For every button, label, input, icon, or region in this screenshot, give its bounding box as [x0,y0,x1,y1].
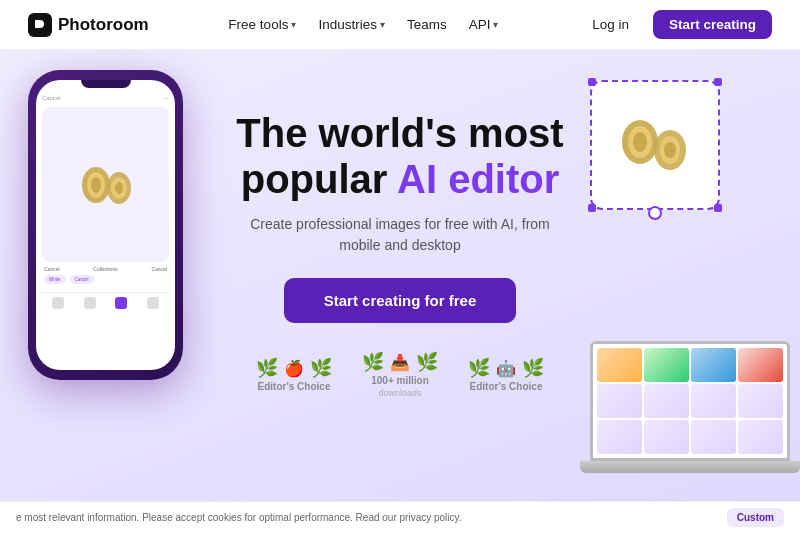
nav-api[interactable]: API ▾ [469,17,499,32]
laptop-screen [590,341,790,461]
selection-corner-bl [588,204,596,212]
hero-title: The world's most popular AI editor [236,110,563,202]
laurel-right-icon: 🌿 [416,351,438,373]
hero-title-accent: AI editor [397,157,559,201]
laptop-thumb-5 [597,384,642,418]
laptop-thumb-1 [597,348,642,382]
android-icon: 🤖 [496,359,516,378]
badge-downloads: 🌿 📥 🌿 100+ million downloads [362,351,438,398]
phone-bottom-nav [42,292,169,311]
laptop-thumb-8 [738,384,783,418]
nav-actions: Log in Start creating [578,10,772,39]
svg-point-12 [664,142,676,158]
laurel-left-icon: 🌿 [468,357,490,379]
cookie-bar: e most relevant information. Please acce… [0,501,800,533]
nav-free-tools[interactable]: Free tools ▾ [228,17,296,32]
laptop-thumb-10 [644,420,689,454]
phone-top-bar: Cancel ⋯ [42,92,169,103]
laptop-thumb-7 [691,384,736,418]
start-creating-hero-button[interactable]: Start creating for free [284,278,517,323]
selection-corner-tr [714,78,722,86]
phone-bottom-ui: Cancel Collections Cancel White Cancel [42,262,169,288]
phone-nav-collections-icon [147,297,159,309]
laurel-right-icon: 🌿 [310,357,332,379]
laptop-thumb-12 [738,420,783,454]
laptop-thumb-11 [691,420,736,454]
chevron-down-icon: ▾ [493,19,498,30]
laptop-thumb-9 [597,420,642,454]
apple-icon: 🍎 [284,359,304,378]
navbar: Photoroom Free tools ▾ Industries ▾ Team… [0,0,800,50]
laptop-mockup [590,341,790,473]
badge-sublabel-2: downloads [378,388,421,398]
phone-nav-camera-icon [52,297,64,309]
badge-label-1: Editor's Choice [258,381,331,392]
badge-editors-choice-1: 🌿 🍎 🌿 Editor's Choice [256,357,332,392]
laurel-left-icon: 🌿 [362,351,384,373]
phone-image-area [42,107,169,262]
laptop-thumb-2 [644,348,689,382]
svg-point-9 [633,132,647,152]
cookie-customize-button[interactable]: Custom [727,508,784,527]
nav-industries[interactable]: Industries ▾ [318,17,385,32]
badge-editors-choice-2: 🌿 🤖 🌿 Editor's Choice [468,357,544,392]
earrings-float-image [610,100,700,190]
earrings-float [590,80,720,210]
hero-subtitle: Create professional images for free with… [240,214,560,256]
chevron-down-icon: ▾ [380,19,385,30]
start-creating-nav-button[interactable]: Start creating [653,10,772,39]
nav-teams[interactable]: Teams [407,17,447,32]
download-icon: 📥 [390,353,410,372]
badge-label-3: Editor's Choice [470,381,543,392]
hero-center: The world's most popular AI editor Creat… [236,80,563,323]
selection-corner-tl [588,78,596,86]
laptop-thumb-3 [691,348,736,382]
laptop-thumb-6 [644,384,689,418]
phone-nav-edit-icon [115,297,127,309]
phone-nav-gallery-icon [84,297,96,309]
earring-image [71,150,141,220]
svg-point-3 [91,177,101,193]
phone-notch [81,80,131,88]
login-button[interactable]: Log in [578,11,643,38]
selection-corner-br [714,204,722,212]
hero-section: Cancel ⋯ [0,50,800,533]
nav-links: Free tools ▾ Industries ▾ Teams API ▾ [228,17,498,32]
brand-name: Photoroom [58,15,149,35]
svg-point-6 [115,182,123,194]
laptop-base [580,461,800,473]
badges-row: 🌿 🍎 🌿 Editor's Choice 🌿 📥 🌿 100+ million… [256,351,544,414]
laurel-right-icon: 🌿 [522,357,544,379]
selection-handle [648,206,662,220]
logo-icon [28,13,52,37]
cookie-text: e most relevant information. Please acce… [16,512,462,523]
laptop-thumb-4 [738,348,783,382]
chevron-down-icon: ▾ [291,19,296,30]
laurel-left-icon: 🌿 [256,357,278,379]
earrings-selection-box [590,80,720,210]
phone-mockup: Cancel ⋯ [28,70,183,380]
badge-label-2: 100+ million [371,375,429,386]
brand-logo[interactable]: Photoroom [28,13,149,37]
